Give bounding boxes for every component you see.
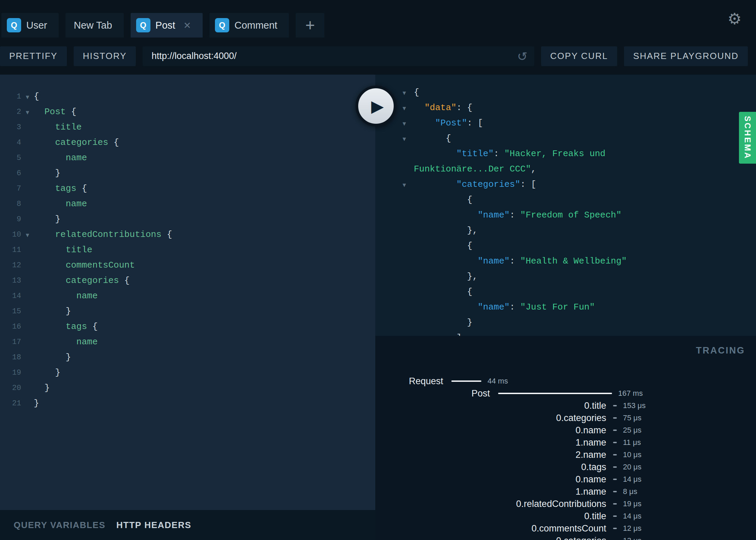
trace-duration: 13 μs [623, 536, 641, 540]
tracing-rows: Request44 msPost167 ms0.title153 μs0.cat… [375, 375, 756, 540]
share-playground-button[interactable]: SHARE PLAYGROUND [624, 46, 748, 66]
trace-row: 0.title153 μs [375, 400, 756, 412]
trace-label: 0.categories [375, 413, 606, 423]
tab-user[interactable]: QUser [1, 13, 59, 38]
response-line: Funktionäre...Der CCC", [403, 162, 756, 177]
query-line: 9 } [0, 212, 375, 227]
query-line: 6 } [0, 166, 375, 181]
code-text: } [34, 166, 60, 181]
code-text: name [34, 150, 87, 166]
query-editor[interactable]: 1▾{2▾ Post {3 title4 categories {5 name6… [0, 75, 375, 510]
response-line: }, [403, 269, 756, 284]
line-number: 4 [0, 138, 21, 147]
line-number: 21 [0, 399, 21, 408]
trace-row: Post167 ms [375, 387, 756, 400]
response-line: ▾ "Post": [ [403, 116, 756, 131]
line-number: 14 [0, 292, 21, 300]
query-line: 17 name [0, 334, 375, 350]
fold-arrow-icon[interactable]: ▾ [403, 89, 414, 97]
fold-arrow-icon[interactable]: ▾ [21, 108, 34, 116]
code-text: } [34, 304, 71, 319]
tab-comment[interactable]: QComment [209, 13, 289, 38]
code-text: { [414, 284, 472, 300]
refresh-icon[interactable]: ↺ [517, 49, 527, 63]
trace-tick [613, 442, 617, 443]
response-line: ▾ "categories": [ [403, 177, 756, 192]
trace-duration: 167 ms [618, 389, 643, 398]
fold-arrow-icon[interactable]: ▾ [403, 135, 414, 143]
trace-duration: 14 μs [623, 512, 641, 521]
trace-tick [613, 528, 617, 529]
trace-row: 0.relatedContributions19 μs [375, 498, 756, 510]
fold-arrow-icon[interactable]: ▾ [21, 93, 34, 101]
code-text: tags { [34, 181, 87, 196]
response-line: } [403, 315, 756, 330]
settings-gear-icon[interactable]: ⚙ [725, 9, 744, 29]
trace-bar [498, 393, 612, 394]
tab-label: Comment [234, 20, 277, 31]
response-line: ▾ { [403, 131, 756, 146]
query-variables-tab[interactable]: QUERY VARIABLES [14, 520, 105, 530]
code-text: } [414, 315, 472, 330]
fold-arrow-icon[interactable]: ▾ [403, 181, 414, 189]
trace-bar [451, 380, 481, 382]
line-number: 2 [0, 108, 21, 116]
fold-arrow-icon[interactable]: ▾ [21, 231, 34, 239]
code-text: }, [414, 223, 478, 238]
trace-label: 0.title [375, 511, 606, 522]
code-text: name [34, 288, 98, 304]
trace-row: 0.tags20 μs [375, 461, 756, 473]
tab-new-tab[interactable]: New Tab [66, 13, 123, 38]
code-text: name [34, 334, 98, 350]
trace-row: 0.categories13 μs [375, 535, 756, 540]
http-headers-tab[interactable]: HTTP HEADERS [116, 520, 191, 530]
query-line: 14 name [0, 288, 375, 304]
fold-arrow-icon[interactable]: ▾ [403, 104, 414, 112]
code-text: ], [414, 330, 467, 336]
tab-bar: QUserNew TabQPost✕QComment + [0, 0, 756, 38]
code-text: "name": "Health & Wellbeing" [414, 254, 627, 269]
trace-label: 2.name [375, 450, 606, 460]
endpoint-url-input[interactable] [143, 46, 534, 66]
code-text: "categories": [ [414, 177, 536, 192]
history-button[interactable]: HISTORY [74, 46, 136, 66]
copy-curl-button[interactable]: COPY CURL [541, 46, 617, 66]
line-number: 19 [0, 369, 21, 377]
trace-label: 0.name [375, 425, 606, 436]
schema-label: SCHEMA [743, 116, 752, 160]
trace-row: 1.name8 μs [375, 485, 756, 498]
code-text: categories { [34, 273, 130, 288]
trace-label: 1.name [375, 437, 606, 448]
query-line: 7 tags { [0, 181, 375, 196]
response-line: "name": "Freedom of Speech" [403, 208, 756, 223]
trace-label: 0.categories [375, 536, 606, 540]
code-text: { [34, 89, 39, 104]
trace-label: 0.name [375, 474, 606, 485]
tracing-panel: TRACING Request44 msPost167 ms0.title153… [375, 336, 756, 540]
close-tab-icon[interactable]: ✕ [184, 20, 191, 31]
code-text: { [414, 192, 472, 208]
tabs: QUserNew TabQPost✕QComment [1, 13, 289, 38]
trace-tick [613, 454, 617, 455]
line-number: 20 [0, 384, 21, 392]
query-line: 20 } [0, 380, 375, 396]
query-line: 16 tags { [0, 319, 375, 334]
trace-tick [613, 417, 617, 419]
schema-tab[interactable]: SCHEMA [739, 112, 756, 164]
execute-button[interactable]: ▶ [355, 86, 396, 126]
line-number: 8 [0, 200, 21, 208]
trace-label: 0.commentsCount [375, 523, 606, 534]
trace-tick [613, 430, 617, 431]
fold-arrow-icon[interactable]: ▾ [403, 119, 414, 127]
query-badge-icon: Q [7, 18, 21, 32]
code-text: { [414, 238, 472, 254]
prettify-button[interactable]: PRETTIFY [0, 46, 67, 66]
code-text: title [34, 120, 82, 135]
new-tab-button[interactable]: + [296, 13, 324, 38]
code-text: } [34, 380, 50, 396]
code-text: } [34, 396, 39, 411]
query-line: 13 categories { [0, 273, 375, 288]
code-text: } [34, 212, 60, 227]
trace-label: 0.title [375, 401, 606, 411]
tab-post[interactable]: QPost✕ [131, 13, 203, 38]
